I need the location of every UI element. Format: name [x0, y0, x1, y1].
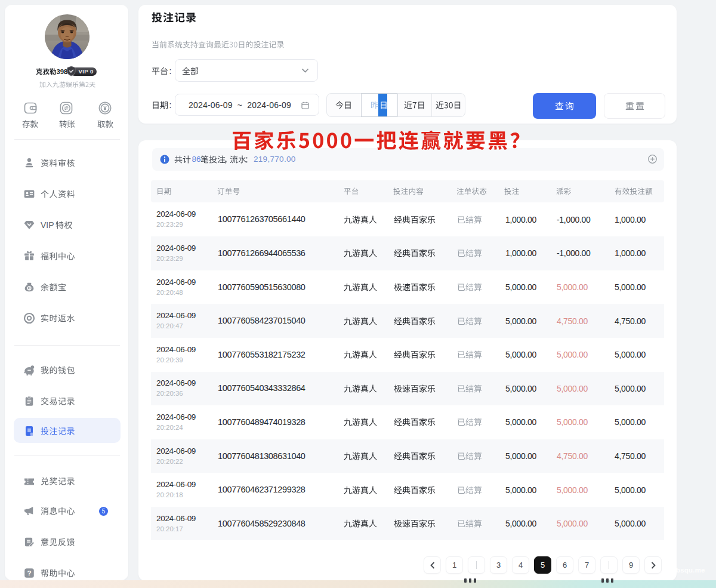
svg-text:?: ? — [27, 569, 31, 577]
